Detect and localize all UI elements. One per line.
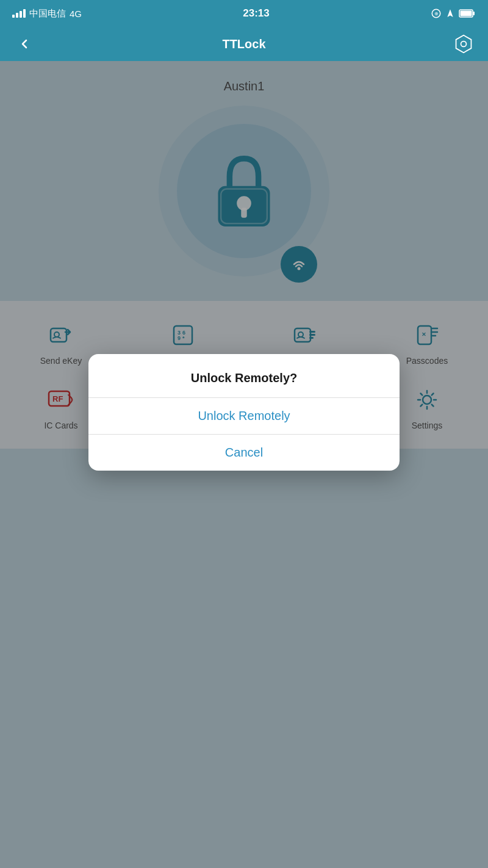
main-content: Austin1 — [0, 61, 488, 868]
unlock-remotely-button[interactable]: Unlock Remotely — [88, 398, 400, 434]
svg-rect-3 — [473, 12, 475, 15]
location-icon — [445, 9, 455, 18]
dialog-title: Unlock Remotely? — [88, 354, 400, 397]
status-time: 23:13 — [243, 7, 269, 20]
status-right: ⊕ — [431, 8, 476, 19]
battery-icon — [459, 9, 476, 18]
status-bar: 中国电信 4G 23:13 ⊕ — [0, 0, 488, 27]
unlock-dialog: Unlock Remotely? Unlock Remotely Cancel — [88, 354, 400, 471]
svg-text:⊕: ⊕ — [434, 11, 439, 16]
cancel-button[interactable]: Cancel — [88, 435, 400, 471]
carrier-label: 中国电信 — [29, 8, 66, 20]
signal-icon — [12, 9, 26, 18]
svg-rect-4 — [461, 11, 472, 16]
network-label: 4G — [70, 9, 82, 19]
settings-icon-button[interactable] — [451, 32, 476, 56]
svg-marker-5 — [456, 35, 472, 52]
nav-bar: TTLock — [0, 27, 488, 61]
status-left: 中国电信 4G — [12, 8, 82, 20]
back-button[interactable] — [12, 32, 37, 56]
nav-title: TTLock — [222, 37, 265, 51]
svg-point-6 — [461, 42, 467, 47]
lock-status-icon: ⊕ — [431, 8, 442, 19]
